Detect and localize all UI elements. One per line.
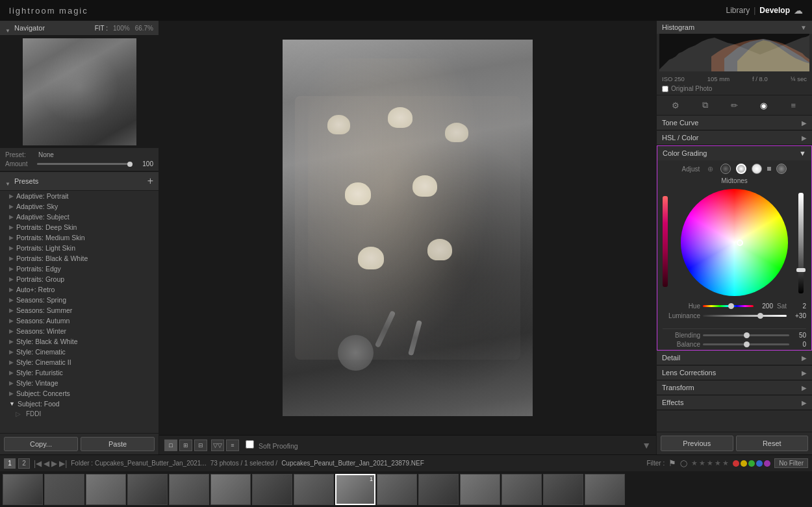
preset-item-portraits-group[interactable]: ▶Portraits: Group xyxy=(0,274,159,284)
reset-button[interactable]: Reset xyxy=(736,436,809,451)
previous-button[interactable]: Previous xyxy=(661,436,733,451)
lens-corrections-header[interactable]: Lens Corrections ▶ xyxy=(657,365,812,380)
film-thumb-3[interactable] xyxy=(86,474,126,505)
preset-item-style-futuristic[interactable]: ▶Style: Futuristic xyxy=(0,367,159,378)
compare-view-icon[interactable]: ⊟ xyxy=(194,439,207,451)
preset-item-portraits-edgy[interactable]: ▶Portraits: Edgy xyxy=(0,264,159,274)
page-num-1[interactable]: 1 xyxy=(4,458,16,469)
paste-button[interactable]: Paste xyxy=(81,437,155,451)
presets-add-button[interactable]: + xyxy=(147,175,153,187)
preset-item-auto-retro[interactable]: ▶Auto+: Retro xyxy=(0,284,159,295)
color-filter-blue[interactable] xyxy=(756,460,763,467)
film-thumb-9-selected[interactable]: 1 xyxy=(335,474,375,505)
sort-icon1[interactable]: ▽▽ xyxy=(211,439,224,451)
film-thumb-11[interactable] xyxy=(418,474,459,505)
histogram-header[interactable]: Histogram ▼ xyxy=(657,21,812,34)
star-5[interactable]: ★ xyxy=(722,459,729,467)
film-thumb-5[interactable] xyxy=(169,474,209,505)
nav-fit-option-fit[interactable]: FIT : xyxy=(95,25,108,32)
film-thumb-12[interactable] xyxy=(460,474,500,505)
preset-item-adaptive-portrait[interactable]: ▶Adaptive: Portrait xyxy=(0,191,159,201)
star-4[interactable]: ★ xyxy=(715,459,721,467)
star-3[interactable]: ★ xyxy=(707,459,713,467)
amount-slider[interactable] xyxy=(37,163,133,165)
film-thumb-7[interactable] xyxy=(252,474,292,505)
sort-icon2[interactable]: ≡ xyxy=(226,439,239,451)
cg-midtones-circle[interactable] xyxy=(736,164,746,174)
color-filter-green[interactable] xyxy=(748,460,755,467)
cg-luminance-slider-thumb[interactable] xyxy=(757,313,763,319)
color-wheel-dot[interactable] xyxy=(737,240,743,246)
detail-header[interactable]: Detail ▶ xyxy=(657,351,812,365)
cg-hue-slider[interactable] xyxy=(703,305,754,307)
filter-flag-icon[interactable]: ⚑ xyxy=(668,458,676,468)
film-thumb-4[interactable] xyxy=(127,474,168,505)
film-thumb-8[interactable] xyxy=(294,474,334,505)
preset-item-portraits-bw[interactable]: ▶Portraits: Black & White xyxy=(0,253,159,264)
color-grading-header[interactable]: Color Grading ▼ xyxy=(657,146,811,160)
toolbar-dropdown-arrow[interactable]: ▼ xyxy=(642,440,651,451)
amount-slider-thumb[interactable] xyxy=(127,162,133,167)
eye-tool-icon[interactable]: ◉ xyxy=(757,98,771,112)
soft-proofing-checkbox[interactable] xyxy=(246,440,254,449)
single-view-icon[interactable]: □ xyxy=(164,439,177,451)
cg-blending-thumb[interactable] xyxy=(744,332,750,338)
color-filter-yellow[interactable] xyxy=(741,460,747,467)
film-thumb-2[interactable] xyxy=(44,474,84,505)
filter-circle-icon[interactable]: ◯ xyxy=(680,460,687,467)
star-1[interactable]: ★ xyxy=(691,459,698,467)
preset-item-style-bw[interactable]: ▶Style: Black & White xyxy=(0,336,159,347)
library-nav[interactable]: Library xyxy=(726,6,750,15)
grid-view-icon[interactable]: ⊞ xyxy=(179,439,192,451)
color-filter-red[interactable] xyxy=(733,460,739,467)
film-thumb-6[interactable] xyxy=(210,474,251,505)
preset-item-style-cinematic[interactable]: ▶Style: Cinematic xyxy=(0,347,159,357)
transform-header[interactable]: Transform ▶ xyxy=(657,380,812,395)
film-thumb-15[interactable] xyxy=(585,474,625,505)
original-photo-checkbox[interactable] xyxy=(662,86,668,92)
healing-tool-icon[interactable]: ⧉ xyxy=(698,98,712,112)
preset-item-portraits-deep[interactable]: ▶Portraits: Deep Skin xyxy=(0,222,159,232)
cg-link-icon[interactable]: ⊕ xyxy=(705,164,715,174)
settings-tool-icon[interactable]: ≡ xyxy=(786,98,800,112)
star-2[interactable]: ★ xyxy=(699,459,705,467)
page-num-2[interactable]: 2 xyxy=(18,458,30,469)
cg-highlights-circle[interactable] xyxy=(752,164,762,174)
film-thumb-14[interactable] xyxy=(543,474,583,505)
preset-item-adaptive-sky[interactable]: ▶Adaptive: Sky xyxy=(0,201,159,212)
film-thumb-10[interactable] xyxy=(377,474,417,505)
filmstrip-nav-next[interactable]: ▶ xyxy=(51,459,57,468)
filmstrip-nav-last[interactable]: ▶| xyxy=(59,459,67,468)
preset-item-adaptive-subject[interactable]: ▶Adaptive: Subject xyxy=(0,212,159,222)
film-thumb-1[interactable] xyxy=(3,474,43,505)
cloud-icon[interactable]: ☁ xyxy=(794,5,803,16)
color-wheel[interactable] xyxy=(681,189,788,296)
cg-global-circle[interactable] xyxy=(776,164,787,174)
nav-fit-option-100[interactable]: 100% xyxy=(113,25,130,32)
preset-item-fddi[interactable]: ▷FDDI xyxy=(0,409,159,419)
copy-button[interactable]: Copy... xyxy=(4,437,78,451)
cg-blending-slider[interactable] xyxy=(703,334,789,336)
preset-item-seasons-summer[interactable]: ▶Seasons: Summer xyxy=(0,305,159,315)
preset-item-style-vintage[interactable]: ▶Style: Vintage xyxy=(0,378,159,388)
no-filter-button[interactable]: No Filter xyxy=(774,458,808,468)
preset-item-subject-food[interactable]: ▼Subject: Food xyxy=(0,399,159,409)
filmstrip-nav-first[interactable]: |◀ xyxy=(34,459,42,468)
preset-item-seasons-spring[interactable]: ▶Seasons: Spring xyxy=(0,295,159,305)
crop-tool-icon[interactable]: ⚙ xyxy=(668,98,683,112)
film-thumb-13[interactable] xyxy=(501,474,542,505)
develop-nav[interactable]: Develop xyxy=(759,6,790,15)
hsl-color-header[interactable]: HSL / Color ▶ xyxy=(657,130,812,145)
preset-item-style-cinematic2[interactable]: ▶Style: Cinematic II xyxy=(0,357,159,367)
navigator-collapse-arrow[interactable] xyxy=(5,26,12,30)
brush-tool-icon[interactable]: ✏ xyxy=(727,98,741,112)
cg-balance-thumb[interactable] xyxy=(744,341,750,347)
tone-curve-header[interactable]: Tone Curve ▶ xyxy=(657,116,812,130)
presets-collapse-arrow[interactable] xyxy=(5,179,12,183)
filmstrip-nav-prev[interactable]: ◀ xyxy=(44,459,49,468)
color-filter-purple[interactable] xyxy=(764,460,770,467)
cg-luminance-strip[interactable] xyxy=(798,193,804,293)
effects-header[interactable]: Effects ▶ xyxy=(657,395,812,410)
cg-luminance-slider[interactable] xyxy=(703,315,787,317)
nav-fit-option-66[interactable]: 66.7% xyxy=(135,25,153,32)
